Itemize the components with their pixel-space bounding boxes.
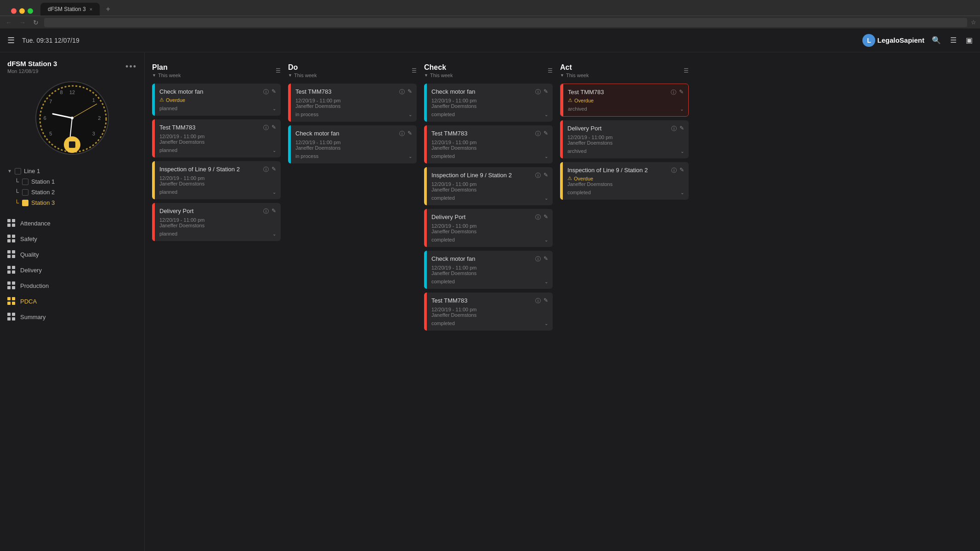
file-tree: ▼ Line 1 └ Station 1 └ Station 2 └ <box>0 162 144 212</box>
status-chevron[interactable]: ⌄ <box>408 154 412 159</box>
info-icon[interactable]: ⓘ <box>399 130 405 138</box>
info-icon[interactable]: ⓘ <box>263 124 269 132</box>
card-plan-1[interactable]: Test TMM783 ⓘ ✎ 12/20/19 - 11:00 pm Jane… <box>152 119 281 157</box>
nav-item-safety[interactable]: Safety <box>7 231 137 247</box>
edit-icon[interactable]: ✎ <box>544 88 548 96</box>
maximize-traffic-light[interactable] <box>28 8 33 14</box>
tree-item-line1[interactable]: ▼ Line 1 <box>7 166 137 176</box>
message-icon[interactable]: ▣ <box>966 36 973 45</box>
tree-item-station2[interactable]: └ Station 2 <box>7 187 137 197</box>
bookmark-icon[interactable]: ☆ <box>971 19 976 26</box>
new-tab-button[interactable]: + <box>102 3 114 16</box>
info-icon[interactable]: ⓘ <box>535 88 541 96</box>
status-chevron[interactable]: ⌄ <box>544 321 548 326</box>
info-icon[interactable]: ⓘ <box>535 130 541 138</box>
sidebar-more-menu[interactable]: ••• <box>125 62 137 72</box>
card-act-2[interactable]: Inspection of Line 9 / Station 2 ⓘ ✎ ⚠ O… <box>560 162 689 200</box>
hamburger-menu[interactable]: ☰ <box>7 35 15 45</box>
edit-icon[interactable]: ✎ <box>408 88 412 96</box>
info-icon[interactable]: ⓘ <box>263 208 269 215</box>
nav-item-pdca[interactable]: PDCA <box>7 293 137 309</box>
info-icon[interactable]: ⓘ <box>263 166 269 174</box>
status-chevron[interactable]: ⌄ <box>272 106 276 111</box>
card-check-4[interactable]: Check motor fan ⓘ ✎ 12/20/19 - 11:00 pm … <box>424 251 553 289</box>
card-plan-0[interactable]: Check motor fan ⓘ ✎ ⚠ Overdue planned <box>152 84 281 116</box>
close-traffic-light[interactable] <box>11 8 17 14</box>
card-check-3[interactable]: Delivery Port ⓘ ✎ 12/20/19 - 11:00 pm Ja… <box>424 209 553 247</box>
card-do-1[interactable]: Check motor fan ⓘ ✎ 12/20/19 - 11:00 pm … <box>288 125 417 163</box>
edit-icon[interactable]: ✎ <box>679 89 684 96</box>
active-tab[interactable]: dFSM Station 3 × <box>40 3 100 16</box>
info-icon[interactable]: ⓘ <box>399 88 405 96</box>
edit-icon[interactable]: ✎ <box>544 255 548 263</box>
nav-item-quality[interactable]: Quality <box>7 247 137 262</box>
status-chevron[interactable]: ⌄ <box>272 190 276 195</box>
card-act-0[interactable]: Test TMM783 ⓘ ✎ ⚠ Overdue archived <box>560 84 689 117</box>
edit-icon[interactable]: ✎ <box>272 124 276 132</box>
edit-icon[interactable]: ✎ <box>680 125 684 133</box>
card-check-0[interactable]: Check motor fan ⓘ ✎ 12/20/19 - 11:00 pm … <box>424 84 553 122</box>
info-icon[interactable]: ⓘ <box>535 297 541 305</box>
card-content: Test TMM783 ⓘ ✎ 12/20/19 - 11:00 pm Jane… <box>288 84 417 122</box>
card-actions: ⓘ ✎ <box>671 89 684 96</box>
info-icon[interactable]: ⓘ <box>671 125 677 133</box>
info-icon[interactable]: ⓘ <box>263 88 269 96</box>
status-chevron[interactable]: ⌄ <box>544 154 548 159</box>
nav-item-attendance[interactable]: Attendance <box>7 215 137 231</box>
status-chevron[interactable]: ⌄ <box>544 237 548 242</box>
edit-icon[interactable]: ✎ <box>544 172 548 180</box>
status-chevron[interactable]: ⌄ <box>680 149 684 154</box>
info-icon[interactable]: ⓘ <box>535 214 541 221</box>
forward-button[interactable]: → <box>17 18 28 27</box>
edit-icon[interactable]: ✎ <box>544 297 548 305</box>
edit-icon[interactable]: ✎ <box>272 88 276 96</box>
info-icon[interactable]: ⓘ <box>535 172 541 180</box>
status-chevron[interactable]: ⌄ <box>272 231 276 236</box>
tree-checkbox-station3[interactable] <box>22 200 28 206</box>
info-icon[interactable]: ⓘ <box>671 89 676 96</box>
card-check-1[interactable]: Test TMM783 ⓘ ✎ 12/20/19 - 11:00 pm Jane… <box>424 125 553 163</box>
col-filter-check[interactable]: ☰ <box>548 67 553 74</box>
edit-icon[interactable]: ✎ <box>544 130 548 138</box>
status-chevron[interactable]: ⌄ <box>272 148 276 153</box>
tree-item-station3[interactable]: └ Station 3 <box>7 197 137 208</box>
status-chevron[interactable]: ⌄ <box>544 279 548 284</box>
card-status: in process <box>295 153 318 159</box>
back-button[interactable]: ← <box>4 18 14 27</box>
info-icon[interactable]: ⓘ <box>535 255 541 263</box>
edit-icon[interactable]: ✎ <box>408 130 412 138</box>
reload-button[interactable]: ↻ <box>31 18 40 27</box>
status-chevron[interactable]: ⌄ <box>544 112 548 117</box>
col-filter-do[interactable]: ☰ <box>412 67 417 74</box>
edit-icon[interactable]: ✎ <box>272 208 276 215</box>
nav-item-summary[interactable]: Summary <box>7 309 137 325</box>
col-filter-plan[interactable]: ☰ <box>276 67 281 74</box>
nav-item-delivery[interactable]: Delivery <box>7 262 137 278</box>
edit-icon[interactable]: ✎ <box>544 214 548 221</box>
stop-button[interactable] <box>64 136 80 153</box>
card-check-5[interactable]: Test TMM783 ⓘ ✎ 12/20/19 - 11:00 pm Jane… <box>424 292 553 331</box>
tab-close-button[interactable]: × <box>90 6 92 12</box>
status-chevron[interactable]: ⌄ <box>680 107 684 112</box>
card-plan-3[interactable]: Delivery Port ⓘ ✎ 12/20/19 - 11:00 pm Ja… <box>152 203 281 241</box>
card-act-1[interactable]: Delivery Port ⓘ ✎ 12/20/19 - 11:00 pm Ja… <box>560 120 689 158</box>
status-chevron[interactable]: ⌄ <box>408 112 412 117</box>
tree-item-station1[interactable]: └ Station 1 <box>7 176 137 187</box>
card-do-0[interactable]: Test TMM783 ⓘ ✎ 12/20/19 - 11:00 pm Jane… <box>288 84 417 122</box>
status-chevron[interactable]: ⌄ <box>680 190 684 195</box>
address-bar[interactable] <box>44 18 967 27</box>
info-icon[interactable]: ⓘ <box>671 167 677 174</box>
minimize-traffic-light[interactable] <box>19 8 25 14</box>
tree-checkbox-station1[interactable] <box>22 179 28 185</box>
tree-checkbox-station2[interactable] <box>22 189 28 196</box>
card-check-2[interactable]: Inspection of Line 9 / Station 2 ⓘ ✎ 12/… <box>424 167 553 205</box>
equalizer-icon[interactable]: ☰ <box>950 36 957 45</box>
tree-checkbox-line1[interactable] <box>15 168 21 174</box>
edit-icon[interactable]: ✎ <box>272 166 276 174</box>
col-filter-act[interactable]: ☰ <box>684 67 689 74</box>
edit-icon[interactable]: ✎ <box>680 167 684 174</box>
card-plan-2[interactable]: Inspection of Line 9 / Station 2 ⓘ ✎ 12/… <box>152 161 281 199</box>
search-icon[interactable]: 🔍 <box>932 36 941 45</box>
nav-item-production[interactable]: Production <box>7 278 137 293</box>
status-chevron[interactable]: ⌄ <box>544 196 548 201</box>
